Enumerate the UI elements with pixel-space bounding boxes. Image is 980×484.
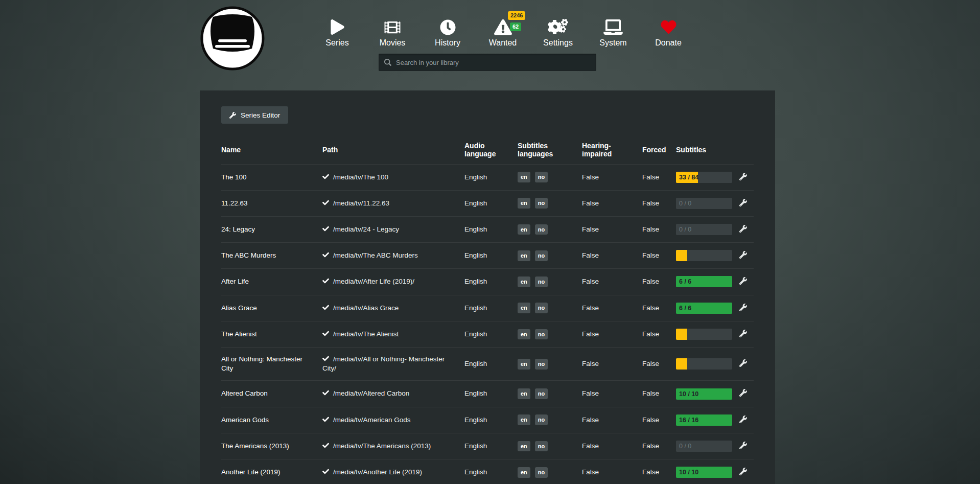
series-path: /media/tv/After Life (2019)/ bbox=[333, 278, 414, 285]
forced-value: False bbox=[642, 442, 659, 450]
forced-value: False bbox=[642, 416, 659, 424]
edit-series-button[interactable] bbox=[738, 467, 748, 478]
wrench-icon bbox=[739, 304, 747, 311]
language-badge: en bbox=[518, 329, 530, 340]
edit-series-button[interactable] bbox=[738, 329, 748, 340]
table-row: 11.22.63 /media/tv/11.22.63 English enno… bbox=[221, 190, 754, 216]
subtitles-progress-bar bbox=[676, 358, 732, 370]
nav-settings[interactable]: Settings bbox=[530, 17, 586, 48]
forced-value: False bbox=[642, 330, 659, 338]
series-name-link[interactable]: The Americans (2013) bbox=[221, 442, 289, 450]
edit-series-button[interactable] bbox=[738, 388, 748, 399]
series-name-link[interactable]: 24: Legacy bbox=[221, 225, 255, 233]
audio-language-value: English bbox=[464, 278, 487, 285]
nav-series[interactable]: Series bbox=[310, 17, 365, 48]
subtitle-languages: enno bbox=[518, 216, 582, 242]
search-input[interactable] bbox=[396, 54, 596, 71]
hearing-impaired-value: False bbox=[582, 251, 599, 259]
check-icon bbox=[322, 251, 329, 260]
series-name-link[interactable]: Altered Carbon bbox=[221, 389, 268, 397]
gears-icon bbox=[548, 17, 568, 37]
series-name-link[interactable]: American Gods bbox=[221, 416, 269, 424]
table-header-row: Name Path Audio language Subtitles langu… bbox=[221, 135, 754, 164]
forced-value: False bbox=[642, 360, 659, 367]
nav-history[interactable]: History bbox=[420, 17, 475, 48]
nav-wanted[interactable]: 2246 62 Wanted bbox=[475, 17, 530, 48]
edit-series-button[interactable] bbox=[738, 441, 748, 452]
check-icon bbox=[322, 468, 329, 477]
series-name-link[interactable]: Alias Grace bbox=[221, 304, 257, 312]
hearing-impaired-value: False bbox=[582, 304, 599, 312]
series-path: /media/tv/The ABC Murders bbox=[333, 251, 418, 259]
edit-series-button[interactable] bbox=[738, 250, 748, 261]
header-audio-language: Audio language bbox=[464, 135, 518, 164]
subtitle-languages: enno bbox=[518, 269, 582, 295]
wanted-badge-warning: 2246 bbox=[508, 11, 525, 20]
audio-language-value: English bbox=[464, 468, 487, 476]
bazarr-logo-icon bbox=[200, 6, 265, 71]
film-icon bbox=[384, 17, 401, 37]
series-editor-button[interactable]: Series Editor bbox=[221, 106, 288, 124]
table-row: The Alienist /media/tv/The Alienist Engl… bbox=[221, 321, 754, 347]
table-row: The 100 /media/tv/The 100 English enno F… bbox=[221, 164, 754, 190]
series-name-link[interactable]: All or Nothing: Manchester City bbox=[221, 355, 302, 372]
progress-text: 6 / 6 bbox=[679, 276, 691, 287]
edit-series-button[interactable] bbox=[738, 358, 748, 370]
progress-fill bbox=[676, 250, 687, 261]
subtitles-progress-bar: 6 / 6 bbox=[676, 303, 732, 314]
edit-series-button[interactable] bbox=[738, 172, 748, 183]
nav-system[interactable]: System bbox=[586, 17, 641, 48]
table-row: The ABC Murders /media/tv/The ABC Murder… bbox=[221, 243, 754, 269]
series-name-link[interactable]: After Life bbox=[221, 278, 249, 285]
progress-fill bbox=[676, 329, 687, 340]
table-row: All or Nothing: Manchester City /media/t… bbox=[221, 348, 754, 381]
hearing-impaired-value: False bbox=[582, 468, 599, 476]
series-path: /media/tv/Another Life (2019) bbox=[333, 468, 422, 476]
language-badge: no bbox=[535, 388, 548, 399]
heart-icon bbox=[660, 17, 677, 37]
check-icon bbox=[322, 442, 329, 451]
subtitle-languages: enno bbox=[518, 295, 582, 321]
wrench-icon bbox=[739, 330, 747, 337]
header-actions bbox=[738, 135, 754, 164]
nav-donate[interactable]: Donate bbox=[641, 17, 696, 48]
subtitle-languages: enno bbox=[518, 433, 582, 459]
language-badge: no bbox=[535, 198, 548, 209]
language-badge: en bbox=[518, 303, 530, 313]
audio-language-value: English bbox=[464, 389, 487, 397]
language-badge: no bbox=[535, 224, 548, 235]
wrench-icon bbox=[739, 277, 747, 285]
app-logo[interactable] bbox=[200, 6, 265, 71]
series-name-link[interactable]: 11.22.63 bbox=[221, 199, 248, 207]
hearing-impaired-value: False bbox=[582, 199, 599, 207]
series-table-body: The 100 /media/tv/The 100 English enno F… bbox=[221, 164, 754, 484]
wrench-icon bbox=[739, 173, 747, 180]
audio-language-value: English bbox=[464, 360, 487, 367]
clock-icon bbox=[440, 17, 456, 37]
subtitles-progress-bar: 33 / 84 bbox=[676, 172, 732, 183]
check-icon bbox=[322, 389, 329, 398]
nav-movies[interactable]: Movies bbox=[365, 17, 420, 48]
check-icon bbox=[322, 330, 329, 339]
edit-series-button[interactable] bbox=[738, 276, 748, 287]
edit-series-button[interactable] bbox=[738, 224, 748, 235]
subtitle-languages: enno bbox=[518, 164, 582, 190]
edit-series-button[interactable] bbox=[738, 303, 748, 314]
edit-series-button[interactable] bbox=[738, 414, 748, 426]
edit-series-button[interactable] bbox=[738, 198, 748, 209]
language-badge: en bbox=[518, 441, 530, 452]
hearing-impaired-value: False bbox=[582, 330, 599, 338]
forced-value: False bbox=[642, 199, 659, 207]
language-badge: no bbox=[535, 441, 548, 452]
hearing-impaired-value: False bbox=[582, 278, 599, 285]
wrench-icon bbox=[739, 225, 747, 233]
progress-text: 0 / 0 bbox=[679, 224, 691, 235]
series-name-link[interactable]: The 100 bbox=[221, 173, 247, 181]
series-path: /media/tv/Altered Carbon bbox=[333, 389, 409, 397]
series-name-link[interactable]: The Alienist bbox=[221, 330, 257, 338]
series-name-link[interactable]: The ABC Murders bbox=[221, 251, 276, 259]
search-icon bbox=[384, 59, 391, 66]
series-name-link[interactable]: Another Life (2019) bbox=[221, 468, 281, 476]
language-badge: en bbox=[518, 414, 530, 425]
series-panel: Series Editor Name Path Audio language S… bbox=[200, 90, 775, 484]
